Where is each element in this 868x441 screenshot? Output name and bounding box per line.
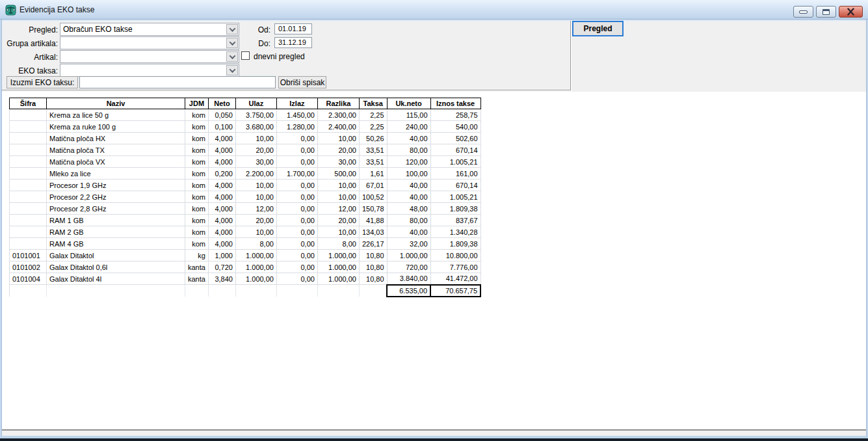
table-row[interactable]: Krema za lice 50 gkom0,0503.750,001.450,…	[10, 109, 481, 121]
table-cell: 0,00	[276, 203, 317, 215]
table-cell: 3.750,00	[235, 109, 276, 121]
table-cell: 500,00	[317, 168, 359, 180]
pregled-button[interactable]: Pregled	[572, 21, 624, 36]
obrisi-spisak-button[interactable]: Obriši spisak	[278, 76, 326, 88]
artikal-combobox-dropdown-button[interactable]	[226, 51, 238, 62]
maximize-button[interactable]	[816, 6, 836, 18]
table-cell	[10, 109, 47, 121]
screen-edge	[0, 438, 868, 441]
pregled-combobox[interactable]: Obračun EKO takse	[60, 23, 239, 36]
column-header-2[interactable]: JDM	[185, 98, 209, 109]
column-header-4[interactable]: Ulaz	[235, 98, 276, 109]
eko-taksa-combobox-dropdown-button[interactable]	[226, 65, 238, 75]
table-row[interactable]: Matična ploča TXkom4,00020,000,0020,0033…	[10, 144, 481, 156]
artikal-label: Artikal:	[2, 53, 58, 62]
table-cell: 10,00	[235, 133, 276, 144]
table-cell: 0,00	[276, 238, 317, 250]
table-cell	[276, 285, 317, 297]
total-uk-neto: 6.535,00	[387, 285, 430, 297]
table-cell: Krema za ruke 100 g	[47, 121, 185, 133]
titlebar[interactable]: Evidencija EKO takse	[0, 0, 868, 20]
izuzmi-eko-taksu-input[interactable]	[79, 76, 276, 88]
column-header-1[interactable]: Naziv	[47, 98, 185, 109]
table-cell: 1.280,00	[276, 121, 317, 133]
table-row[interactable]: Matična ploča HXkom4,00010,000,0010,0050…	[10, 133, 481, 144]
grupa-artikala-combobox-dropdown-button[interactable]	[226, 38, 238, 48]
table-cell: 4,000	[208, 180, 235, 191]
do-date-field[interactable]: 31.12.19	[274, 37, 312, 48]
od-date-field[interactable]: 01.01.19	[274, 23, 312, 34]
column-header-3[interactable]: Neto	[208, 98, 235, 109]
column-header-5[interactable]: Izlaz	[276, 98, 317, 109]
table-header-row: ŠifraNazivJDMNetoUlazIzlazRazlikaTaksaUk…	[10, 98, 481, 109]
table-row[interactable]: Procesor 2,8 GHzkom4,00012,000,0012,0015…	[10, 203, 481, 215]
table-cell: 2,25	[359, 109, 387, 121]
table-row[interactable]: 0101001Galax Ditaktolkg1,0001.000,000,00…	[10, 250, 481, 261]
table-cell: kom	[185, 180, 209, 191]
column-header-0[interactable]: Šifra	[10, 98, 47, 109]
column-header-7[interactable]: Taksa	[359, 98, 387, 109]
table-row[interactable]: 0101002Galax Ditaktol 0,6lkanta0,7201.00…	[10, 261, 481, 273]
table-cell	[10, 203, 47, 215]
table-row[interactable]: 0101004Galax Ditaktol 4lkanta3,8401.000,…	[10, 273, 481, 285]
eko-taksa-combobox[interactable]	[60, 64, 239, 77]
table-cell	[208, 285, 235, 297]
dnevni-pregled-checkbox-label: dnevni pregled	[254, 52, 305, 61]
dnevni-pregled-checkbox[interactable]	[241, 51, 250, 60]
table-cell: 502,60	[430, 133, 480, 144]
table-cell: 10,00	[235, 226, 276, 238]
table-row[interactable]: Krema za ruke 100 gkom0,1003.680,001.280…	[10, 121, 481, 133]
column-header-6[interactable]: Razlika	[317, 98, 359, 109]
table-cell: 120,00	[387, 156, 430, 168]
table-row[interactable]: RAM 2 GBkom4,00010,000,0010,00134,0340,0…	[10, 226, 481, 238]
chevron-down-icon	[229, 25, 235, 32]
table-cell: 0,00	[276, 144, 317, 156]
pregled-combobox-dropdown-button[interactable]	[226, 24, 238, 34]
table-cell: 8,00	[317, 238, 359, 250]
table-cell: 80,00	[387, 144, 430, 156]
table-cell	[47, 285, 185, 297]
table-row[interactable]: Procesor 1,9 GHzkom4,00010,000,0010,0067…	[10, 180, 481, 191]
table-cell: 80,00	[387, 215, 430, 226]
table-cell: 41,88	[359, 215, 387, 226]
table-cell: 115,00	[387, 109, 430, 121]
table-cell: 1.809,38	[430, 238, 480, 250]
table-cell: 40,00	[387, 226, 430, 238]
table-row[interactable]: RAM 1 GBkom4,00020,000,0020,0041,8880,00…	[10, 215, 481, 226]
table-cell: 100,52	[359, 191, 387, 203]
table-cell: 12,00	[317, 203, 359, 215]
table-row[interactable]: RAM 4 GBkom4,0008,000,008,00226,1732,001…	[10, 238, 481, 250]
table-cell: 0101002	[10, 261, 47, 273]
column-header-9[interactable]: Iznos takse	[430, 98, 480, 109]
table-cell: 10,80	[359, 250, 387, 261]
column-header-8[interactable]: Uk.neto	[387, 98, 430, 109]
table-row[interactable]: Mleko za licekom0,2002.200,001.700,00500…	[10, 168, 481, 180]
artikal-combobox[interactable]	[60, 50, 239, 63]
maximize-icon	[822, 9, 830, 15]
table-cell	[10, 144, 47, 156]
table-cell: 0101004	[10, 273, 47, 285]
table-cell: 50,26	[359, 133, 387, 144]
table-cell: 1.005,21	[430, 191, 480, 203]
table-cell: 100,00	[387, 168, 430, 180]
table-cell: 1.000,00	[235, 273, 276, 285]
table-cell: 720,00	[387, 261, 430, 273]
table-cell: Procesor 2,8 GHz	[47, 203, 185, 215]
table-cell: RAM 2 GB	[47, 226, 185, 238]
table-cell: 1.000,00	[235, 261, 276, 273]
grupa-artikala-combobox[interactable]	[60, 36, 239, 49]
table-row[interactable]: Matična ploča VXkom4,00030,000,0030,0033…	[10, 156, 481, 168]
table-cell: 1.000,00	[387, 250, 430, 261]
grupa-artikala-label: Grupa artikala:	[2, 39, 58, 48]
table-cell: 67,01	[359, 180, 387, 191]
close-button[interactable]	[839, 6, 863, 18]
table-cell: 4,000	[208, 156, 235, 168]
table-cell: kom	[185, 226, 209, 238]
table-cell: 0,100	[208, 121, 235, 133]
chevron-down-icon	[229, 39, 235, 46]
minimize-button[interactable]	[793, 6, 813, 18]
table-cell: 40,00	[387, 191, 430, 203]
izuzmi-eko-taksu-button[interactable]: Izuzmi EKO taksu:	[7, 76, 78, 88]
table-row[interactable]: Procesor 2,2 GHzkom4,00010,000,0010,0010…	[10, 191, 481, 203]
minimize-icon	[799, 10, 808, 14]
